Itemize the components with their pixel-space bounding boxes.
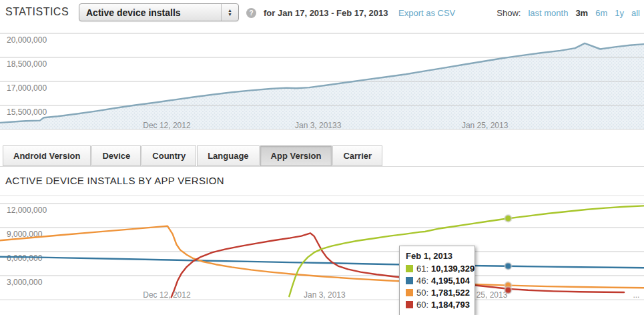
hover-marker-61: [505, 215, 511, 222]
x-axis-label: ...: [633, 290, 639, 300]
tooltip-series-value: 10,139,329: [431, 264, 474, 274]
tab-language[interactable]: Language: [197, 145, 259, 166]
y-axis-label: 3,000,000: [7, 278, 43, 287]
series-61-swatch: [406, 265, 413, 272]
x-axis-label: Jan 3, 2013: [304, 290, 346, 300]
x-axis-label: Dec 12, 2012: [143, 290, 191, 300]
tooltip-series-label: 61:: [416, 264, 428, 274]
range-selector: Show: last month 3m 6m 1y all: [497, 8, 640, 18]
y-axis-label: 18,500,000: [7, 59, 47, 69]
help-icon[interactable]: ?: [246, 8, 256, 18]
range-last-month[interactable]: last month: [528, 8, 568, 18]
tab-app-version[interactable]: App Version: [260, 145, 332, 166]
total-installs-chart[interactable]: 20,000,00018,500,00017,000,00015,500,000…: [0, 25, 644, 140]
y-axis-label: 12,000,000: [7, 206, 47, 215]
chart-tooltip: Feb 1, 2013 61: 10,139,329 46: 4,195,104…: [399, 246, 475, 315]
tooltip-series-label: 50:: [416, 288, 428, 298]
y-axis-label: 6,000,000: [7, 254, 43, 263]
range-3m[interactable]: 3m: [575, 8, 588, 18]
tab-country[interactable]: Country: [141, 145, 196, 166]
tooltip-date: Feb 1, 2013: [406, 251, 468, 261]
tab-device[interactable]: Device: [91, 145, 141, 166]
dropdown-arrows-icon: ▲▼: [221, 4, 238, 21]
y-axis-label: 15,500,000: [7, 107, 47, 117]
series-60-swatch: [406, 301, 413, 308]
tooltip-row: 46: 4,195,104: [406, 276, 468, 286]
tooltip-row: 61: 10,139,329: [406, 264, 468, 274]
x-axis-label: Jan 25, 2013: [462, 121, 509, 130]
tooltip-series-value: 1,184,793: [431, 300, 470, 310]
x-axis-label: Jan 3, 20133: [295, 121, 342, 130]
tooltip-series-label: 60:: [416, 300, 428, 310]
hover-marker-46: [505, 263, 511, 270]
series-line-50: [0, 226, 644, 288]
export-csv-link[interactable]: Export as CSV: [398, 8, 455, 18]
y-axis-label: 20,000,000: [7, 35, 47, 45]
metric-dropdown[interactable]: Active device installs ▲▼: [79, 3, 239, 21]
x-axis-label: Dec 12, 2012: [143, 121, 191, 130]
tab-carrier[interactable]: Carrier: [332, 145, 382, 166]
tooltip-row: 50: 1,781,522: [406, 288, 468, 298]
show-label: Show:: [497, 8, 521, 18]
range-6m[interactable]: 6m: [595, 8, 607, 18]
range-all[interactable]: all: [631, 8, 640, 18]
tab-android-version[interactable]: Android Version: [3, 145, 91, 166]
tooltip-series-label: 46:: [416, 276, 428, 286]
range-1y[interactable]: 1y: [615, 8, 624, 18]
tooltip-series-value: 4,195,104: [431, 276, 470, 286]
statistics-page: STATISTICS Active device installs ▲▼ ? f…: [0, 0, 644, 315]
tooltip-series-value: 1,781,522: [431, 288, 470, 298]
app-version-chart[interactable]: 12,000,0009,000,0006,000,0003,000,000Dec…: [0, 194, 644, 315]
dimension-tabs: Android Version Device Country Language …: [0, 141, 644, 167]
tooltip-row: 60: 1,184,793: [406, 300, 468, 310]
date-range-label: for Jan 17, 2013 - Feb 17, 2013: [264, 8, 388, 18]
series-line-46: [0, 257, 644, 268]
series-46-swatch: [406, 277, 413, 284]
page-title: STATISTICS: [5, 6, 69, 18]
metric-dropdown-value: Active device installs: [79, 7, 221, 18]
section-title: ACTIVE DEVICE INSTALLS BY APP VERSION: [5, 175, 224, 186]
series-50-swatch: [406, 289, 413, 296]
y-axis-label: 17,000,000: [7, 83, 47, 93]
hover-marker-60: [505, 287, 511, 294]
